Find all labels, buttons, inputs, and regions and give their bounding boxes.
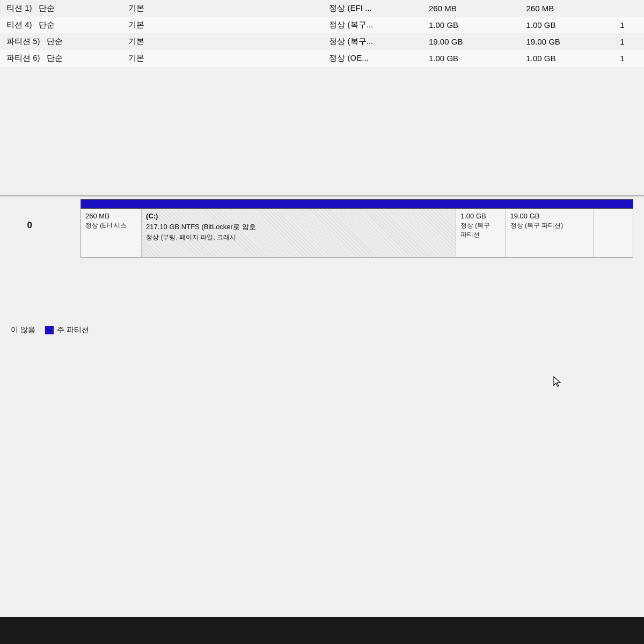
- spacer-col: [172, 0, 323, 17]
- extra-col: 1: [613, 50, 644, 67]
- capacity-col: 1.00 GB: [422, 17, 504, 33]
- table-row[interactable]: 파티션 5) 단순 기본 정상 (복구... 19.00 GB 19.00 GB…: [0, 33, 644, 50]
- spacer-col: [172, 33, 323, 50]
- disk-row-wrapper: 0 260 MB 정상 (EFI 시스: [5, 196, 639, 258]
- freespace-col: 260 MB: [505, 0, 614, 17]
- taskbar: [0, 617, 644, 644]
- layout-col: 기본: [122, 17, 173, 33]
- partition-col: 티션 4) 단순: [0, 17, 122, 33]
- disk-inner: 260 MB 정상 (EFI 시스 (C:) 217.10 GB NTFS (B…: [43, 199, 639, 258]
- bar-rec2: [506, 200, 594, 208]
- disk-section: 0 260 MB 정상 (EFI 시스: [0, 196, 644, 263]
- rec1-size: 1.00 GB: [460, 212, 501, 220]
- partition-col: 티션 1) 단순: [0, 0, 122, 17]
- partition-c[interactable]: (C:) 217.10 GB NTFS (BitLocker로 암호 정상 (부…: [142, 209, 456, 257]
- bar-efi: [81, 200, 142, 208]
- spacer-col: [172, 50, 323, 67]
- freespace-col: 1.00 GB: [505, 50, 614, 67]
- partition-recovery2[interactable]: 19.00 GB 정상 (복구 파티션): [506, 209, 594, 257]
- status-col: 정상 (EFI ...: [323, 0, 422, 17]
- bar-c: [142, 200, 456, 208]
- legend-area: 이 않음 주 파티션: [0, 317, 644, 343]
- freespace-col: 19.00 GB: [505, 33, 614, 50]
- legend-no-alloc: 이 않음: [11, 325, 35, 335]
- c-status: 정상 (부팅, 페이지 파일, 크래시: [146, 233, 451, 242]
- primary-color-box: [45, 326, 54, 334]
- capacity-col: 260 MB: [422, 0, 504, 17]
- empty-area: [0, 77, 644, 195]
- partition-extra[interactable]: [594, 209, 633, 257]
- efi-size: 260 MB: [85, 212, 137, 220]
- capacity-col: 1.00 GB: [422, 50, 504, 67]
- main-screen: 티션 1) 단순 기본 정상 (EFI ... 260 MB 260 MB 티션…: [0, 0, 644, 617]
- table-row[interactable]: 티션 4) 단순 기본 정상 (복구... 1.00 GB 1.00 GB 1: [0, 17, 644, 33]
- partition-col: 파티션 6) 단순: [0, 50, 122, 67]
- capacity-col: 19.00 GB: [422, 33, 504, 50]
- status-col: 정상 (OE...: [323, 50, 422, 67]
- c-size: 217.10 GB NTFS (BitLocker로 암호: [146, 222, 451, 232]
- status-col: 정상 (복구...: [323, 17, 422, 33]
- freespace-col: 1.00 GB: [505, 17, 614, 33]
- efi-status: 정상 (EFI 시스: [85, 221, 137, 230]
- rec2-size: 19.00 GB: [510, 212, 589, 220]
- extra-col: [613, 0, 644, 17]
- status-col: 정상 (복구...: [323, 33, 422, 50]
- bar-rec1: [456, 200, 506, 208]
- partition-col: 파티션 5) 단순: [0, 33, 122, 50]
- layout-col: 기본: [122, 33, 173, 50]
- partition-recovery1[interactable]: 1.00 GB 정상 (복구 파티션: [456, 209, 506, 257]
- no-alloc-text: 이 않음: [11, 325, 35, 335]
- disk-color-bar: [80, 199, 633, 209]
- partition-efi[interactable]: 260 MB 정상 (EFI 시스: [81, 209, 142, 257]
- mouse-cursor: [553, 376, 562, 390]
- table-row[interactable]: 티션 1) 단순 기본 정상 (EFI ... 260 MB 260 MB: [0, 0, 644, 17]
- partition-table: 티션 1) 단순 기본 정상 (EFI ... 260 MB 260 MB 티션…: [0, 0, 644, 67]
- spacer-col: [172, 17, 323, 33]
- extra-col: 1: [613, 33, 644, 50]
- bar-extra: [594, 200, 633, 208]
- disk-number-label: 0: [5, 196, 38, 254]
- primary-label: 주 파티션: [57, 325, 89, 335]
- layout-col: 기본: [122, 0, 173, 17]
- partition-table-area: 티션 1) 단순 기본 정상 (EFI ... 260 MB 260 MB 티션…: [0, 0, 644, 77]
- extra-col: 1: [613, 17, 644, 33]
- bottom-space: [0, 263, 644, 317]
- c-drive-letter: (C:): [146, 212, 451, 220]
- rec1-status: 정상 (복구 파티션: [460, 221, 501, 239]
- layout-col: 기본: [122, 50, 173, 67]
- disk-partitions-row: 260 MB 정상 (EFI 시스 (C:) 217.10 GB NTFS (B…: [80, 209, 633, 258]
- legend-primary: 주 파티션: [45, 325, 89, 335]
- table-row[interactable]: 파티션 6) 단순 기본 정상 (OE... 1.00 GB 1.00 GB 1: [0, 50, 644, 67]
- rec2-status: 정상 (복구 파티션): [510, 221, 589, 230]
